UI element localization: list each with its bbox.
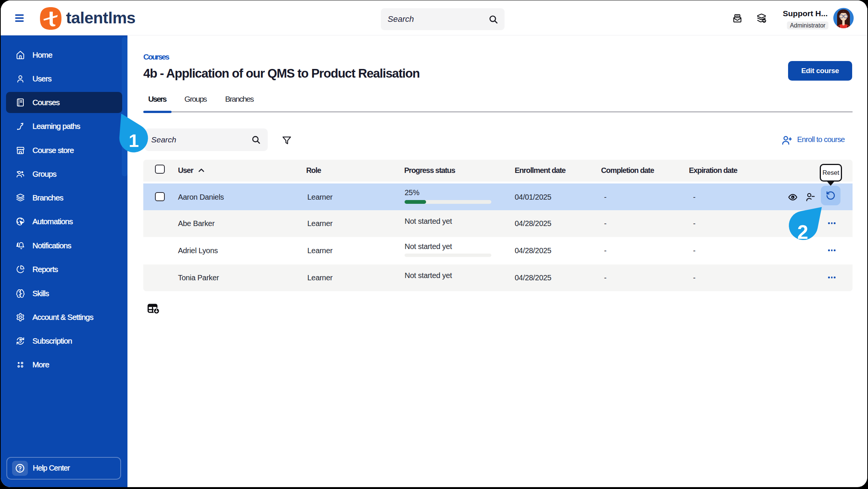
svg-text:2: 2 (797, 221, 808, 243)
svg-text:1: 1 (129, 130, 139, 151)
